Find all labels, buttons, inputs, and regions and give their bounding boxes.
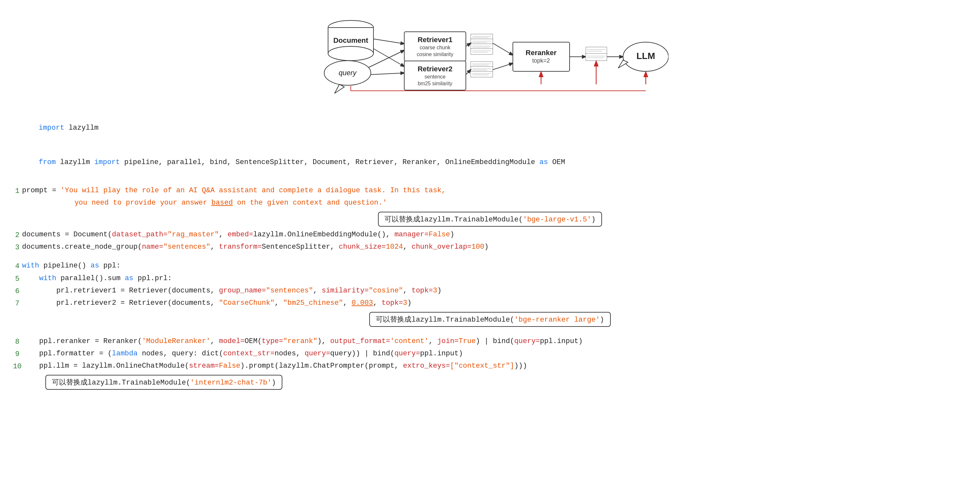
svg-text:Document: Document (333, 36, 368, 45)
svg-line-41 (466, 70, 471, 75)
reranker-ann-prefix: 可以替换成lazyllm.TrainableModule( (376, 316, 514, 324)
kw-import: import (38, 124, 68, 132)
svg-point-2 (328, 46, 374, 61)
svg-text:Retriever2: Retriever2 (418, 65, 453, 73)
code-line-4: 4 with pipeline() as ppl: (13, 260, 967, 272)
svg-text:cosine similarity: cosine similarity (417, 51, 453, 57)
svg-text:query: query (339, 69, 357, 77)
svg-text:topk=2: topk=2 (532, 57, 550, 64)
line-num-10: 10 (13, 361, 22, 372)
svg-text:Retriever1: Retriever1 (418, 36, 453, 44)
svg-rect-22 (471, 49, 493, 54)
line-num-6: 6 (13, 286, 22, 297)
embed-ann-prefix: 可以替换成lazyllm.TrainableModule( (385, 215, 523, 224)
pipeline-diagram: Document query Retriever1 coarse chunk c… (312, 10, 668, 100)
line-num-4: 4 (13, 261, 22, 272)
code-line-9: 9 ppl.formatter = (lambda nodes, query: … (13, 348, 967, 360)
code-line-5: 5 with parallel().sum as ppl.prl: (13, 273, 967, 285)
embed-annotation-box: 可以替换成lazyllm.TrainableModule('bge-large-… (378, 212, 602, 226)
code-line-7: 7 prl.retriever2 = Retriever(documents, … (13, 298, 967, 309)
line-10-text: ppl.llm = lazyllm.OnlineChatModule(strea… (22, 360, 967, 371)
import-lazyllm: lazyllm (69, 124, 99, 132)
reranker-ann-value: 'bge-reranker large' (514, 316, 600, 324)
kw-from: from (38, 158, 60, 166)
line-7-text: prl.retriever2 = Retriever(documents, "C… (22, 298, 967, 309)
line-num-7: 7 (13, 298, 22, 309)
line-num-2: 2 (13, 230, 22, 241)
llm-ann-prefix: 可以替换成lazyllm.TrainableModule( (52, 379, 190, 387)
reranker-ann-suffix: ) (600, 316, 604, 324)
line-8-text: ppl.reranker = Reranker('ModuleReranker'… (22, 336, 967, 347)
svg-rect-49 (586, 47, 607, 54)
code-line-2: 2 documents = Document(dataset_path="rag… (13, 229, 967, 241)
line-1-text: prompt = 'You will play the role of an A… (22, 185, 967, 196)
code-line-8: 8 ppl.reranker = Reranker('ModuleReranke… (13, 336, 967, 348)
svg-rect-44 (513, 42, 570, 71)
spacer-1 (13, 254, 967, 260)
reranker-annotation-box: 可以替换成lazyllm.TrainableModule('bge-rerank… (369, 312, 611, 327)
svg-line-43 (493, 63, 513, 70)
embed-ann-suffix: ) (591, 215, 595, 224)
svg-text:sentence: sentence (424, 74, 445, 80)
embed-annotation-wrapper: 可以替换成lazyllm.TrainableModule('bge-large-… (13, 212, 967, 226)
line-num-8: 8 (13, 336, 22, 348)
line-9-text: ppl.formatter = (lambda nodes, query: di… (22, 348, 967, 359)
llm-ann-suffix: ) (272, 379, 276, 387)
line-1-cont-text: you need to provide your answer based on… (22, 198, 967, 209)
code-line-1: 1 prompt = 'You will play the role of an… (13, 185, 967, 197)
svg-line-9 (369, 50, 404, 67)
import-block: import lazyllm from lazyllm import pipel… (13, 111, 967, 179)
svg-text:coarse chunk: coarse chunk (420, 45, 450, 50)
svg-line-31 (466, 43, 471, 46)
code-line-3: 3 documents.create_node_group(name="sent… (13, 242, 967, 253)
line-num-9: 9 (13, 349, 22, 360)
line-3-text: documents.create_node_group(name="senten… (22, 242, 967, 253)
reranker-annotation-wrapper: 可以替换成lazyllm.TrainableModule('bge-rerank… (13, 312, 967, 327)
llm-annotation-wrapper: 可以替换成lazyllm.TrainableModule('internlm2-… (13, 375, 967, 390)
kw-import2: import (94, 158, 124, 166)
embed-ann-value: 'bge-large-v1.5' (523, 215, 591, 224)
import-line-1: import lazyllm (13, 111, 967, 145)
diagram-area: Document query Retriever1 coarse chunk c… (13, 10, 967, 100)
line-num-5: 5 (13, 274, 22, 285)
svg-text:LLM: LLM (636, 51, 655, 61)
line-6-text: prl.retriever1 = Retriever(documents, gr… (22, 285, 967, 297)
svg-text:Reranker: Reranker (525, 49, 557, 57)
line-num-1: 1 (13, 186, 22, 197)
svg-rect-50 (586, 54, 607, 61)
line-5-text: with parallel().sum as ppl.prl: (22, 273, 967, 284)
line-4-text: with pipeline() as ppl: (22, 260, 967, 271)
svg-marker-5 (334, 84, 344, 93)
code-line-6: 6 prl.retriever1 = Retriever(documents, … (13, 285, 967, 297)
llm-ann-value: 'internlm2-chat-7b' (190, 379, 272, 387)
code-line-10: 10 ppl.llm = lazyllm.OnlineChatModule(st… (13, 360, 967, 372)
import-line-2: from lazyllm import pipeline, parallel, … (13, 145, 967, 180)
spacer-2 (13, 329, 967, 336)
line-2-text: documents = Document(dataset_path="rag_m… (22, 229, 967, 240)
code-line-1-cont: you need to provide your answer based on… (13, 198, 967, 209)
svg-line-10 (371, 73, 404, 75)
line-num-3: 3 (13, 242, 22, 253)
svg-rect-34 (471, 71, 493, 77)
svg-line-7 (374, 39, 404, 44)
llm-annotation-box: 可以替换成lazyllm.TrainableModule('internlm2-… (45, 375, 282, 390)
code-area: import lazyllm from lazyllm import pipel… (13, 111, 967, 390)
svg-text:bm25 similarity: bm25 similarity (418, 81, 452, 86)
svg-line-42 (493, 43, 513, 55)
